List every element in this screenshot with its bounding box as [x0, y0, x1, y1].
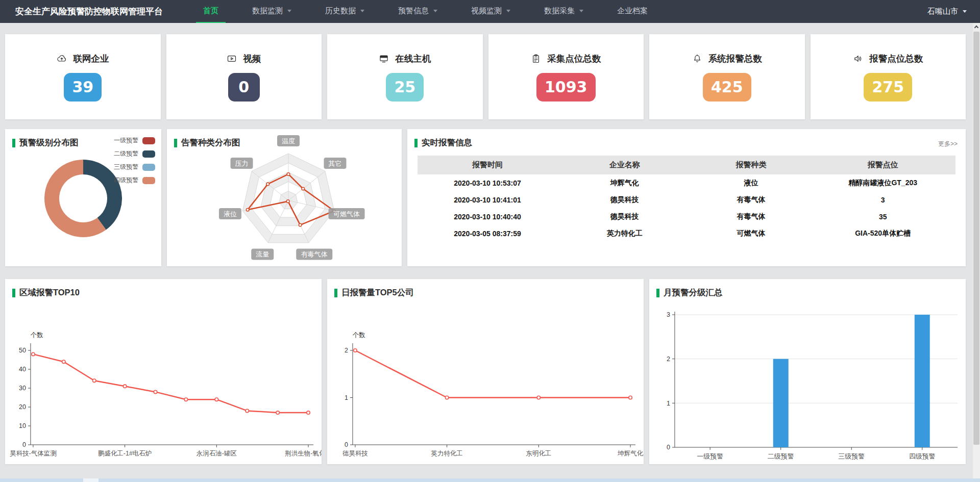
legend-item-level4[interactable]: 四级预警	[114, 176, 155, 185]
panel-region-alarm-top10: 区域报警TOP10 01020304050个数昊科技-气体监测鹏盛化工-1#电石…	[5, 279, 322, 464]
video-icon	[227, 54, 237, 64]
middle-row: 预警级别分布图 一级预警 二级预警 三级预警 四级预警 告警种	[5, 129, 966, 266]
col-header-alarm-point: 报警点位	[810, 156, 955, 174]
svg-text:四级预警: 四级预警	[909, 452, 936, 460]
table-row: 2020-03-10 10:53:07 坤辉气化 液位 精醇南罐液位GT_203	[418, 174, 955, 191]
scroll-up-button[interactable]	[973, 23, 980, 32]
svg-text:0: 0	[22, 441, 26, 448]
col-header-company: 企业名称	[557, 156, 692, 174]
svg-text:一级预警: 一级预警	[697, 452, 723, 460]
stat-value-badge: 425	[703, 73, 751, 102]
vertical-scrollbar-thumb[interactable]	[973, 32, 979, 445]
clipboard-icon	[531, 54, 541, 64]
stat-value-badge: 1093	[536, 73, 596, 102]
svg-text:0: 0	[667, 444, 670, 451]
nav-item-history-data[interactable]: 历史数据	[318, 0, 372, 23]
chevron-up-icon	[974, 26, 978, 30]
cell-alarm-point: 3	[810, 191, 955, 208]
green-bar-icon	[12, 289, 15, 297]
horizontal-scrollbar[interactable]	[0, 478, 980, 482]
svg-text:三级预警: 三级预警	[838, 452, 865, 460]
nav-item-home[interactable]: 首页	[196, 0, 226, 23]
cell-company: 德昊科技	[557, 191, 692, 208]
vertical-scrollbar[interactable]	[973, 23, 980, 478]
stat-card-collection-points: 采集点位总数 1093	[488, 34, 644, 119]
col-header-alarm-type: 报警种类	[692, 156, 811, 174]
bottom-row: 区域报警TOP10 01020304050个数昊科技-气体监测鹏盛化工-1#电石…	[5, 279, 966, 464]
cell-alarm-point: GIA-520单体贮槽	[810, 225, 955, 242]
chevron-down-icon	[433, 10, 437, 12]
svg-text:20: 20	[19, 403, 26, 411]
stat-card-system-alarms: 系统报警总数 425	[649, 34, 805, 119]
stat-label: 联网企业	[73, 53, 109, 65]
table-row: 2020-03-05 08:37:59 英力特化工 可燃气体 GIA-520单体…	[418, 225, 955, 242]
svg-text:40: 40	[19, 366, 26, 373]
main-menu: 首页 数据监测 历史数据 预警信息 视频监测 数据采集 企业档案	[186, 0, 665, 23]
svg-text:1: 1	[667, 400, 670, 407]
stat-cards-row: 联网企业 39 视频 0 在线主机 25	[5, 34, 966, 119]
cell-alarm-type: 液位	[692, 174, 811, 191]
cloud-upload-icon	[57, 54, 67, 64]
realtime-alarm-table: 报警时间 企业名称 报警种类 报警点位 2020-03-10 10:53:07 …	[418, 156, 955, 242]
nav-item-label: 历史数据	[325, 6, 356, 16]
nav-item-label: 首页	[203, 6, 218, 16]
panel-realtime-alarms: 实时报警信息 更多>> 报警时间 企业名称 报警种类 报警点位 2020-03-…	[407, 129, 966, 266]
region-alarm-top10-line-chart: 01020304050个数昊科技-气体监测鹏盛化工-1#电石炉永润石油-罐区荆洪…	[5, 279, 322, 464]
nav-item-enterprise-archive[interactable]: 企业档案	[610, 0, 655, 23]
chevron-down-icon	[579, 10, 583, 12]
cell-alarm-type: 有毒气体	[692, 191, 811, 208]
top-navbar: 安全生产风险预警防控物联网管理平台 首页 数据监测 历史数据 预警信息 视频监测…	[0, 0, 980, 23]
svg-text:可燃气体: 可燃气体	[333, 210, 360, 218]
svg-text:英力特化工: 英力特化工	[431, 450, 462, 457]
alarm-type-radar-chart: 温度其它可燃气体有毒气体流量液位压力	[167, 129, 402, 266]
legend-label: 四级预警	[114, 176, 138, 185]
cell-company: 英力特化工	[557, 225, 692, 242]
table-header-row: 报警时间 企业名称 报警种类 报警点位	[418, 156, 955, 174]
legend-item-level2[interactable]: 二级预警	[114, 149, 155, 158]
green-bar-icon	[414, 139, 418, 147]
nav-item-label: 数据监测	[252, 6, 283, 16]
legend-item-level3[interactable]: 三级预警	[114, 163, 155, 171]
stat-label: 在线主机	[395, 53, 431, 65]
cell-alarm-type: 可燃气体	[692, 225, 811, 242]
stat-value-badge: 39	[64, 73, 102, 102]
stat-card-alarm-points: 报警点位总数 275	[811, 34, 966, 119]
svg-text:个数: 个数	[352, 332, 365, 339]
svg-text:东明化工: 东明化工	[526, 450, 551, 457]
speaker-icon	[853, 54, 863, 64]
region-label: 石嘴山市	[927, 7, 958, 16]
legend-label: 二级预警	[114, 149, 138, 158]
green-bar-icon	[174, 139, 177, 147]
chevron-down-icon	[360, 10, 364, 12]
nav-item-label: 数据采集	[544, 6, 575, 16]
nav-item-data-collect[interactable]: 数据采集	[537, 0, 591, 23]
cell-company: 坤辉气化	[557, 174, 692, 191]
cell-alarm-point: 35	[810, 208, 955, 225]
svg-text:坤辉气化: 坤辉气化	[617, 450, 643, 457]
region-selector[interactable]: 石嘴山市	[927, 0, 967, 23]
nav-item-video-monitor[interactable]: 视频监测	[464, 0, 518, 23]
svg-text:永润石油-罐区: 永润石油-罐区	[197, 450, 237, 457]
svg-text:液位: 液位	[224, 210, 237, 218]
nav-item-data-monitor[interactable]: 数据监测	[245, 0, 299, 23]
monitor-icon	[379, 54, 389, 64]
monthly-warning-bar-chart: 0123一级预警二级预警三级预警四级预警	[649, 279, 966, 464]
svg-text:德昊科技: 德昊科技	[342, 450, 368, 457]
green-bar-icon	[656, 289, 659, 297]
svg-text:3: 3	[667, 311, 670, 318]
panel-monthly-warning-summary: 月预警分级汇总 0123一级预警二级预警三级预警四级预警	[649, 279, 966, 464]
svg-text:鹏盛化工-1#电石炉: 鹏盛化工-1#电石炉	[98, 450, 152, 457]
panel-title: 区域报警TOP10	[19, 287, 80, 298]
table-row: 2020-03-10 10:41:01 德昊科技 有毒气体 3	[418, 191, 955, 208]
legend-item-level1[interactable]: 一级预警	[114, 136, 155, 145]
nav-item-label: 企业档案	[617, 6, 648, 16]
nav-item-warning-info[interactable]: 预警信息	[391, 0, 445, 23]
cell-alarm-time: 2020-03-10 10:41:01	[418, 191, 557, 208]
cell-alarm-type: 有毒气体	[692, 208, 811, 225]
bell-icon	[692, 54, 702, 64]
horizontal-scrollbar-thumb[interactable]	[83, 478, 99, 482]
legend-label: 一级预警	[114, 136, 138, 145]
more-link[interactable]: 更多>>	[938, 140, 958, 148]
nav-item-label: 预警信息	[398, 6, 429, 16]
cell-alarm-point: 精醇南罐液位GT_203	[810, 174, 955, 191]
